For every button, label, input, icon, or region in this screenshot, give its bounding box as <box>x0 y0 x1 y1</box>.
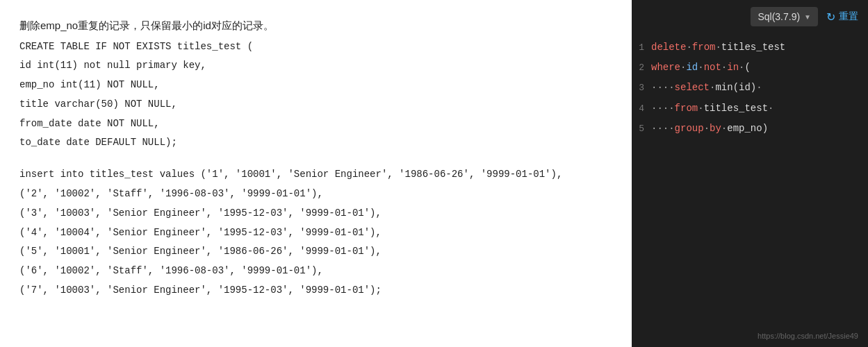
sql-version-button[interactable]: Sql(3.7.9) ▼ <box>751 7 818 26</box>
sql-line-2: 2 where·id·not·in·( <box>632 58 868 78</box>
sql-line-3: 3 ····select·min(id)· <box>632 78 868 98</box>
insert-block: insert into titles_test values ('1', '10… <box>19 167 612 299</box>
line-num-1: 1 <box>632 40 651 56</box>
insert-line-1: insert into titles_test values ('1', '10… <box>19 167 612 183</box>
refresh-icon: ↻ <box>826 10 835 24</box>
code-line-3: emp_no int(11) NOT NULL, <box>19 77 612 94</box>
insert-line-2: ('2', '10002', 'Staff', '1996-08-03', '9… <box>19 186 612 203</box>
sql-line-4-content: ····from·titles_test· <box>651 100 773 117</box>
code-line-2: id int(11) not null primary key, <box>19 58 612 74</box>
create-table-block: CREATE TABLE IF NOT EXISTS titles_test (… <box>19 39 612 152</box>
reset-button[interactable]: ↻ 重置 <box>826 10 858 24</box>
line-num-5: 5 <box>632 121 651 137</box>
sql-version-label: Sql(3.7.9) <box>758 11 800 22</box>
right-header: Sql(3.7.9) ▼ ↻ 重置 <box>632 0 868 33</box>
sql-line-1: 1 delete·from·titles_test <box>632 37 868 58</box>
sql-line-2-content: where·id·not·in·( <box>651 59 751 76</box>
sql-line-1-content: delete·from·titles_test <box>651 39 785 56</box>
sql-line-4: 4 ····from·titles_test· <box>632 99 868 119</box>
insert-line-4: ('4', '10004', 'Senior Engineer', '1995-… <box>19 225 612 242</box>
sql-line-3-content: ····select·min(id)· <box>651 79 762 96</box>
intro-text: 删除emp_no重复的记录，只保留最小的id对应的记录。 <box>19 17 612 35</box>
insert-line-3: ('3', '10003', 'Senior Engineer', '1995-… <box>19 205 612 222</box>
right-panel: Sql(3.7.9) ▼ ↻ 重置 1 delete·from·titles_t… <box>632 0 868 347</box>
sql-line-5-content: ····group·by·emp_no) <box>651 120 768 137</box>
chevron-down-icon: ▼ <box>804 13 811 21</box>
code-line-4: title varchar(50) NOT NULL, <box>19 96 612 113</box>
line-num-4: 4 <box>632 101 651 117</box>
left-panel: 删除emp_no重复的记录，只保留最小的id对应的记录。 CREATE TABL… <box>0 0 632 347</box>
insert-line-7: ('7', '10003', 'Senior Engineer', '1995-… <box>19 282 612 299</box>
insert-line-6: ('6', '10002', 'Staff', '1996-08-03', '9… <box>19 263 612 280</box>
right-footer: https://blog.csdn.net/Jessie49 <box>632 323 868 347</box>
reset-label: 重置 <box>839 10 858 23</box>
code-line-6: to_date date DEFAULT NULL); <box>19 135 612 151</box>
line-num-2: 2 <box>632 60 651 76</box>
line-num-3: 3 <box>632 80 651 96</box>
footer-url: https://blog.csdn.net/Jessie49 <box>758 332 858 340</box>
sql-line-5: 5 ····group·by·emp_no) <box>632 119 868 139</box>
code-line-5: from_date date NOT NULL, <box>19 116 612 133</box>
sql-editor[interactable]: 1 delete·from·titles_test 2 where·id·not… <box>632 33 868 323</box>
code-line-1: CREATE TABLE IF NOT EXISTS titles_test ( <box>19 39 612 56</box>
insert-line-5: ('5', '10001', 'Senior Engineer', '1986-… <box>19 244 612 260</box>
